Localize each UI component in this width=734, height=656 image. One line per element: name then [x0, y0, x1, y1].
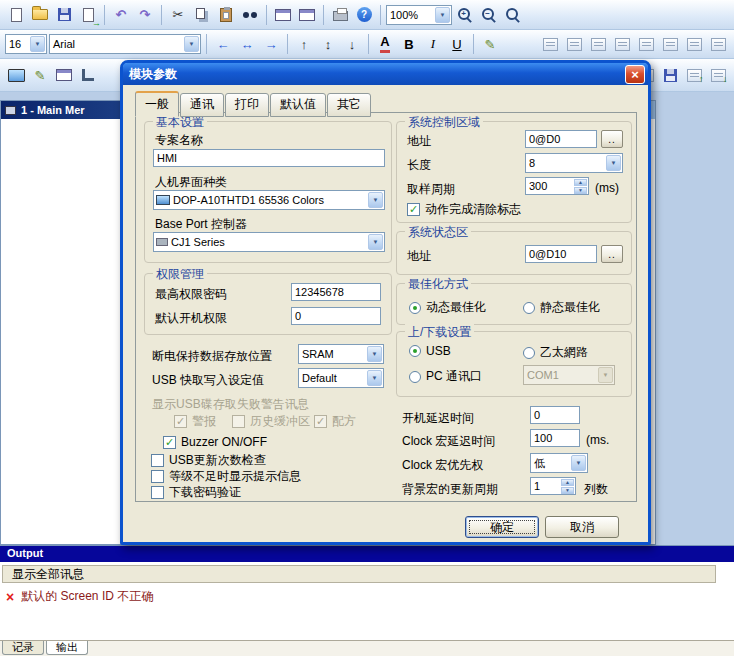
zoom-reset-button[interactable]	[502, 4, 524, 26]
compile-button[interactable]	[659, 64, 681, 86]
radio-pc-com[interactable]: PC 通讯口	[409, 368, 482, 385]
control-address-input[interactable]: 0@D0	[525, 130, 597, 148]
hmi-type-select[interactable]: DOP-A10THTD1 65536 Colors ▼	[153, 190, 385, 210]
align-center-h-button[interactable]: ↔	[236, 33, 258, 55]
cut-icon: ✂	[173, 8, 184, 21]
download-password-label: 下载密码验证	[169, 484, 241, 501]
save-button[interactable]	[53, 4, 75, 26]
cancel-button[interactable]: 取消	[545, 516, 619, 538]
layout-tool-button[interactable]	[707, 33, 729, 55]
subwindow-button[interactable]	[53, 64, 75, 86]
output-error-row[interactable]: × 默认的 Screen ID 不正确	[6, 588, 153, 605]
grid-tool-icon	[591, 38, 606, 51]
sketch-button[interactable]: ✎	[29, 64, 51, 86]
radio-ethernet[interactable]: 乙太網路	[523, 344, 588, 361]
copy-button[interactable]	[191, 4, 213, 26]
paste-button[interactable]	[215, 4, 237, 26]
print-button[interactable]	[329, 4, 351, 26]
find-button[interactable]	[239, 4, 261, 26]
bg-macro-spinner[interactable]: 1 ▲ ▼	[530, 477, 576, 495]
hmi-type-label: 人机界面种类	[155, 174, 227, 191]
ruler-button[interactable]	[77, 64, 99, 86]
window-icon	[275, 9, 291, 21]
open-file-button[interactable]	[29, 4, 51, 26]
font-size-select[interactable]: 16 ▼	[5, 34, 47, 54]
level-hint-checkbox[interactable]: 等级不足时显示提示信息	[151, 469, 301, 483]
status-address-label: 地址	[407, 248, 431, 265]
usb-cache-select[interactable]: Default ▼	[298, 368, 384, 388]
layout-tool-button[interactable]	[611, 33, 633, 55]
undo-button[interactable]: ↶	[110, 4, 132, 26]
layout-tool-button[interactable]	[659, 33, 681, 55]
italic-button[interactable]: I	[422, 33, 444, 55]
control-address-browse-button[interactable]: ..	[601, 130, 623, 148]
tab-output[interactable]: 输出	[46, 641, 88, 655]
output-filter-bar[interactable]: 显示全部讯息	[2, 565, 716, 583]
align-right-button[interactable]: →	[260, 33, 282, 55]
checkbox-box	[151, 454, 164, 467]
draw-pen-button[interactable]: ✎	[479, 33, 501, 55]
radio-static-optimization[interactable]: 静态最佳化	[523, 299, 600, 316]
align-middle-v-button[interactable]: ↕	[317, 33, 339, 55]
screen-editor-button[interactable]	[5, 64, 27, 86]
length-select[interactable]: 8 ▼	[525, 153, 623, 173]
clear-flag-checkbox[interactable]: ✓ 动作完成清除标志	[407, 202, 521, 216]
layout-tool-button[interactable]	[587, 33, 609, 55]
spin-down-icon[interactable]: ▼	[574, 187, 587, 194]
upload-button[interactable]: ↑	[683, 64, 705, 86]
close-button[interactable]: ×	[625, 65, 645, 84]
redo-button[interactable]: ↷	[134, 4, 156, 26]
group-label-permission: 权限管理	[153, 266, 207, 283]
password-input[interactable]: 12345678	[291, 283, 381, 301]
radio-usb[interactable]: USB	[409, 344, 451, 358]
spin-up-icon[interactable]: ▲	[574, 179, 587, 186]
bold-button[interactable]: B	[398, 33, 420, 55]
tab-record[interactable]: 记录	[2, 641, 44, 655]
redo-icon: ↷	[140, 8, 151, 21]
tab-general[interactable]: 一般	[135, 91, 179, 117]
layout-tool-button[interactable]	[539, 33, 561, 55]
screen-manager-button[interactable]	[272, 4, 294, 26]
zoom-level-select[interactable]: 100% ▼	[386, 5, 452, 25]
cut-button[interactable]: ✂	[167, 4, 189, 26]
dialog-titlebar[interactable]: 模块参数	[123, 63, 648, 85]
status-address-input[interactable]: 0@D10	[525, 245, 597, 263]
tab-communication[interactable]: 通讯	[180, 93, 224, 117]
layout-tool-button[interactable]	[635, 33, 657, 55]
boot-delay-input[interactable]: 0	[530, 406, 580, 424]
download-password-checkbox[interactable]: 下载密码验证	[151, 485, 241, 499]
spin-up-icon[interactable]: ▲	[561, 479, 574, 486]
zoom-out-button[interactable]: −	[478, 4, 500, 26]
boot-permission-input[interactable]: 0	[291, 307, 381, 325]
zoom-out-icon: −	[482, 8, 496, 22]
new-file-button[interactable]	[5, 4, 27, 26]
layout-tool-button[interactable]	[563, 33, 585, 55]
sample-period-spinner[interactable]: 300 ▲ ▼	[525, 177, 589, 195]
align-bottom-button[interactable]: ↓	[341, 33, 363, 55]
font-name-select[interactable]: Arial ▼	[49, 34, 201, 54]
zoom-in-button[interactable]: +	[454, 4, 476, 26]
status-address-browse-button[interactable]: ..	[601, 245, 623, 263]
ok-button[interactable]: 确定	[465, 516, 539, 538]
align-left-button[interactable]: ←	[212, 33, 234, 55]
retain-location-select[interactable]: SRAM ▼	[298, 344, 384, 364]
usb-update-check-checkbox[interactable]: USB更新次数检查	[151, 453, 266, 467]
help-button[interactable]: ?	[353, 4, 375, 26]
layout-tool-button[interactable]	[683, 33, 705, 55]
radio-dynamic-optimization[interactable]: 动态最佳化	[409, 299, 486, 316]
clock-priority-select[interactable]: 低 ▼	[530, 453, 588, 473]
align-top-button[interactable]: ↑	[293, 33, 315, 55]
tab-defaults[interactable]: 默认值	[270, 93, 326, 117]
buzzer-checkbox[interactable]: ✓ Buzzer ON/OFF	[163, 435, 267, 449]
project-name-input[interactable]: HMI	[153, 149, 385, 167]
base-port-select[interactable]: CJ1 Series ▼	[153, 232, 385, 252]
clock-delay-input[interactable]: 100	[530, 429, 580, 447]
spin-down-icon[interactable]: ▼	[561, 487, 574, 494]
underline-button[interactable]: U	[446, 33, 468, 55]
download-button[interactable]: ↓	[707, 64, 729, 86]
import-button[interactable]: →	[77, 4, 99, 26]
tab-print[interactable]: 打印	[225, 93, 269, 117]
element-bank-button[interactable]	[296, 4, 318, 26]
tab-others[interactable]: 其它	[327, 93, 371, 117]
font-color-button[interactable]: A	[374, 33, 396, 55]
